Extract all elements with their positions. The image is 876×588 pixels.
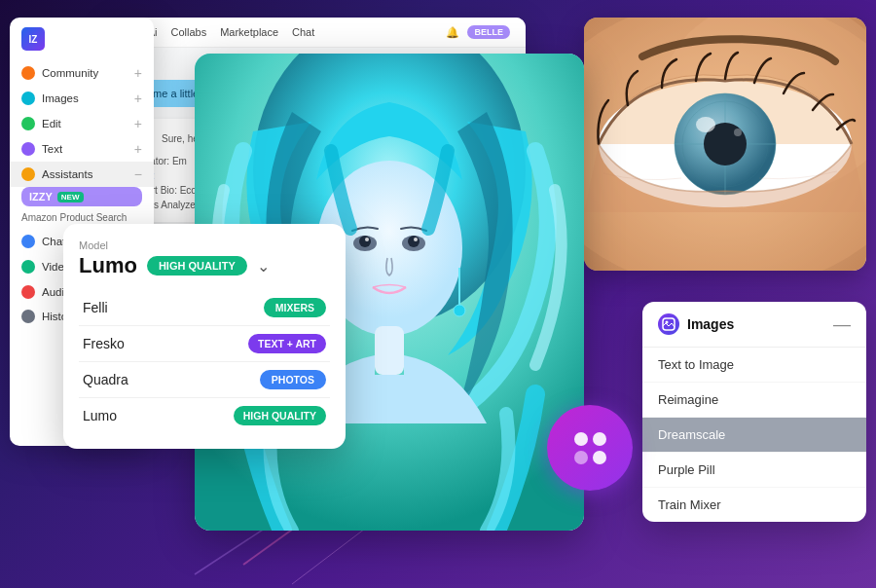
images-menu-list: Text to Image Reimagine Dreamscale Purpl… — [642, 348, 866, 522]
svg-point-10 — [365, 238, 369, 241]
menu-item-train-mixer[interactable]: Train Mixer — [642, 488, 866, 522]
high-quality-badge: HIGH QUALITY — [234, 406, 326, 425]
nav-chat[interactable]: Chat — [292, 26, 314, 38]
purple-circle-icon[interactable] — [547, 405, 633, 491]
edit-plus[interactable]: + — [134, 116, 142, 131]
svg-point-9 — [408, 236, 420, 247]
model-option-quadra[interactable]: Quadra PHOTOS — [79, 362, 330, 398]
audio-icon — [21, 285, 35, 299]
assistants-icon — [21, 167, 35, 181]
sidebar-item-community[interactable]: Community + — [10, 60, 154, 86]
svg-point-14 — [454, 305, 465, 316]
text-plus[interactable]: + — [134, 141, 142, 157]
images-dropdown-panel: Images — Text to Image Reimagine Dreamsc… — [642, 302, 866, 522]
eye-panel — [584, 18, 866, 271]
edit-icon — [21, 117, 35, 130]
svg-point-11 — [414, 238, 418, 241]
model-name: Lumo — [79, 253, 137, 278]
community-icon — [21, 66, 35, 80]
model-options-list: Felli MIXERS Fresko TEXT + ART Quadra PH… — [79, 290, 330, 433]
assistants-section: IZZY NEW Amazon Product Search — [10, 187, 154, 229]
izzy-badge[interactable]: IZZY NEW — [21, 187, 142, 206]
app-logo: IZ — [10, 18, 154, 56]
sidebar-item-images[interactable]: Images + — [10, 86, 154, 111]
images-panel-title: Images — [687, 316, 734, 332]
model-option-felli[interactable]: Felli MIXERS — [79, 290, 330, 326]
assistants-minus[interactable]: − — [134, 166, 142, 182]
sidebar-item-edit[interactable]: Edit + — [10, 111, 154, 136]
model-label: Model — [79, 239, 330, 251]
text-icon — [21, 142, 35, 156]
menu-item-reimagine[interactable]: Reimagine — [642, 383, 866, 418]
images-panel-header: Images — — [642, 302, 866, 348]
dot-1 — [574, 432, 588, 446]
notification-icon: 🔔 — [446, 26, 459, 39]
svg-point-8 — [359, 236, 371, 247]
chat-header: FormAi Collabs Marketplace Chat 🔔 BELLE — [107, 18, 526, 48]
history-icon — [21, 310, 35, 323]
images-plus[interactable]: + — [134, 91, 142, 106]
svg-point-28 — [734, 129, 742, 136]
svg-point-27 — [696, 117, 715, 132]
chevron-down-icon[interactable]: ⌄ — [257, 257, 270, 276]
dot-2 — [593, 432, 606, 446]
mixers-badge: MIXERS — [264, 298, 326, 317]
images-panel-icon — [658, 313, 679, 335]
logo-icon: IZ — [21, 27, 45, 51]
model-header: Model Lumo HIGH QUALITY ⌄ — [79, 239, 330, 278]
dot-3 — [574, 451, 588, 464]
sidebar-item-assistants[interactable]: Assistants − — [10, 162, 154, 187]
community-plus[interactable]: + — [134, 65, 142, 81]
svg-rect-12 — [375, 326, 404, 375]
model-selector-panel: Model Lumo HIGH QUALITY ⌄ Felli MIXERS F… — [63, 224, 346, 449]
model-option-lumo[interactable]: Lumo HIGH QUALITY — [79, 398, 330, 433]
dot-4 — [593, 451, 606, 464]
images-icon — [21, 92, 35, 105]
menu-item-purple-pill[interactable]: Purple Pill — [642, 453, 866, 488]
minimize-icon[interactable]: — — [833, 315, 851, 333]
model-option-fresko[interactable]: Fresko TEXT + ART — [79, 326, 330, 362]
menu-item-text-to-image[interactable]: Text to Image — [642, 348, 866, 383]
selected-badge: HIGH QUALITY — [147, 256, 247, 276]
photos-badge: PHOTOS — [260, 370, 326, 389]
sidebar-item-text[interactable]: Text + — [10, 136, 154, 162]
nav-collabs[interactable]: Collabs — [170, 26, 206, 38]
video-icon — [21, 260, 35, 274]
user-pill: BELLE — [467, 25, 510, 39]
eye-illustration — [584, 18, 866, 271]
menu-item-dreamscale[interactable]: Dreamscale — [642, 418, 866, 453]
chat-icon — [21, 235, 35, 248]
text-art-badge: TEXT + ART — [248, 334, 326, 353]
nav-marketplace[interactable]: Marketplace — [220, 26, 278, 38]
scene: IZ Community + Images + — [0, 0, 876, 588]
